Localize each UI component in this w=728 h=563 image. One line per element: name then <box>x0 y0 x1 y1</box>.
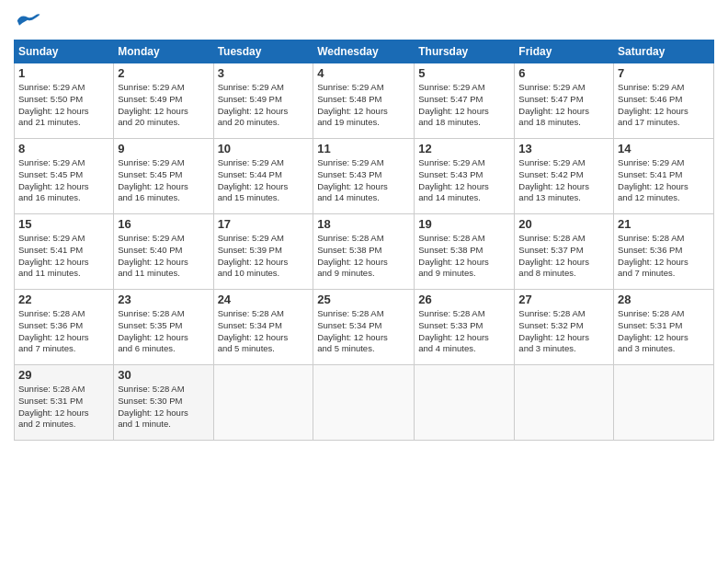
day-info: Sunrise: 5:29 AM Sunset: 5:47 PM Dayligh… <box>518 82 609 129</box>
day-number: 10 <box>218 142 310 155</box>
day-info: Sunrise: 5:29 AM Sunset: 5:49 PM Dayligh… <box>118 82 209 129</box>
day-info: Sunrise: 5:28 AM Sunset: 5:30 PM Dayligh… <box>118 384 209 431</box>
day-info: Sunrise: 5:28 AM Sunset: 5:34 PM Dayligh… <box>317 308 410 355</box>
day-number: 17 <box>218 217 310 231</box>
day-number: 25 <box>317 293 410 306</box>
day-info: Sunrise: 5:28 AM Sunset: 5:38 PM Dayligh… <box>418 233 510 280</box>
calendar-cell: 16Sunrise: 5:29 AM Sunset: 5:40 PM Dayli… <box>114 214 213 290</box>
calendar-cell: 3Sunrise: 5:29 AM Sunset: 5:49 PM Daylig… <box>213 63 313 139</box>
day-info: Sunrise: 5:28 AM Sunset: 5:38 PM Dayligh… <box>317 233 410 280</box>
day-number: 11 <box>317 142 410 155</box>
calendar-cell <box>213 365 313 441</box>
day-number: 16 <box>118 217 209 231</box>
calendar-cell: 4Sunrise: 5:29 AM Sunset: 5:48 PM Daylig… <box>313 63 415 139</box>
day-number: 12 <box>418 142 510 155</box>
day-number: 2 <box>118 66 209 80</box>
calendar-week-row: 29Sunrise: 5:28 AM Sunset: 5:31 PM Dayli… <box>15 365 714 441</box>
day-info: Sunrise: 5:29 AM Sunset: 5:44 PM Dayligh… <box>218 157 310 204</box>
day-info: Sunrise: 5:29 AM Sunset: 5:43 PM Dayligh… <box>317 157 410 204</box>
day-number: 15 <box>18 217 109 231</box>
calendar-week-row: 22Sunrise: 5:28 AM Sunset: 5:36 PM Dayli… <box>15 290 714 365</box>
calendar-cell: 7Sunrise: 5:29 AM Sunset: 5:46 PM Daylig… <box>614 63 714 139</box>
calendar-cell: 20Sunrise: 5:28 AM Sunset: 5:37 PM Dayli… <box>515 214 614 290</box>
calendar-week-row: 15Sunrise: 5:29 AM Sunset: 5:41 PM Dayli… <box>15 214 714 290</box>
calendar-cell: 15Sunrise: 5:29 AM Sunset: 5:41 PM Dayli… <box>15 214 114 290</box>
calendar-cell: 5Sunrise: 5:29 AM Sunset: 5:47 PM Daylig… <box>415 63 515 139</box>
day-info: Sunrise: 5:29 AM Sunset: 5:45 PM Dayligh… <box>18 157 109 204</box>
day-number: 27 <box>518 293 609 306</box>
day-info: Sunrise: 5:29 AM Sunset: 5:50 PM Dayligh… <box>18 82 109 129</box>
weekday-header: Tuesday <box>213 40 313 63</box>
day-number: 7 <box>618 66 710 80</box>
day-number: 3 <box>218 66 310 80</box>
header <box>14 9 714 32</box>
weekday-header: Friday <box>515 40 614 63</box>
day-number: 29 <box>18 368 109 382</box>
day-info: Sunrise: 5:28 AM Sunset: 5:32 PM Dayligh… <box>518 308 609 355</box>
calendar-cell: 6Sunrise: 5:29 AM Sunset: 5:47 PM Daylig… <box>515 63 614 139</box>
calendar-cell: 14Sunrise: 5:29 AM Sunset: 5:41 PM Dayli… <box>614 139 714 214</box>
day-number: 30 <box>118 368 209 382</box>
page: SundayMondayTuesdayWednesdayThursdayFrid… <box>0 0 728 563</box>
calendar-cell: 18Sunrise: 5:28 AM Sunset: 5:38 PM Dayli… <box>313 214 415 290</box>
day-info: Sunrise: 5:29 AM Sunset: 5:45 PM Dayligh… <box>118 157 209 204</box>
day-info: Sunrise: 5:28 AM Sunset: 5:36 PM Dayligh… <box>18 308 109 355</box>
calendar-cell <box>614 365 714 441</box>
day-info: Sunrise: 5:28 AM Sunset: 5:37 PM Dayligh… <box>518 233 609 280</box>
calendar-cell: 23Sunrise: 5:28 AM Sunset: 5:35 PM Dayli… <box>114 290 213 365</box>
calendar-week-row: 8Sunrise: 5:29 AM Sunset: 5:45 PM Daylig… <box>15 139 714 214</box>
day-number: 24 <box>218 293 310 306</box>
calendar-cell: 17Sunrise: 5:29 AM Sunset: 5:39 PM Dayli… <box>213 214 313 290</box>
logo-icon <box>14 9 41 32</box>
weekday-header: Thursday <box>415 40 515 63</box>
calendar-cell: 1Sunrise: 5:29 AM Sunset: 5:50 PM Daylig… <box>15 63 114 139</box>
day-info: Sunrise: 5:29 AM Sunset: 5:41 PM Dayligh… <box>18 233 109 280</box>
weekday-header: Sunday <box>15 40 114 63</box>
weekday-header: Wednesday <box>313 40 415 63</box>
day-number: 8 <box>18 142 109 155</box>
calendar-cell: 21Sunrise: 5:28 AM Sunset: 5:36 PM Dayli… <box>614 214 714 290</box>
calendar-cell: 19Sunrise: 5:28 AM Sunset: 5:38 PM Dayli… <box>415 214 515 290</box>
day-info: Sunrise: 5:29 AM Sunset: 5:39 PM Dayligh… <box>218 233 310 280</box>
day-info: Sunrise: 5:28 AM Sunset: 5:33 PM Dayligh… <box>418 308 510 355</box>
day-number: 9 <box>118 142 209 155</box>
day-info: Sunrise: 5:29 AM Sunset: 5:48 PM Dayligh… <box>317 82 410 129</box>
calendar-cell: 2Sunrise: 5:29 AM Sunset: 5:49 PM Daylig… <box>114 63 213 139</box>
day-number: 21 <box>618 217 710 231</box>
day-number: 26 <box>418 293 510 306</box>
day-number: 23 <box>118 293 209 306</box>
calendar-week-row: 1Sunrise: 5:29 AM Sunset: 5:50 PM Daylig… <box>15 63 714 139</box>
day-info: Sunrise: 5:29 AM Sunset: 5:46 PM Dayligh… <box>618 82 710 129</box>
calendar-cell: 29Sunrise: 5:28 AM Sunset: 5:31 PM Dayli… <box>15 365 114 441</box>
calendar-cell: 25Sunrise: 5:28 AM Sunset: 5:34 PM Dayli… <box>313 290 415 365</box>
day-info: Sunrise: 5:28 AM Sunset: 5:35 PM Dayligh… <box>118 308 209 355</box>
weekday-header: Monday <box>114 40 213 63</box>
day-info: Sunrise: 5:29 AM Sunset: 5:43 PM Dayligh… <box>418 157 510 204</box>
weekday-header: Saturday <box>614 40 714 63</box>
day-number: 18 <box>317 217 410 231</box>
calendar: SundayMondayTuesdayWednesdayThursdayFrid… <box>14 40 714 441</box>
day-info: Sunrise: 5:29 AM Sunset: 5:42 PM Dayligh… <box>518 157 609 204</box>
calendar-cell: 26Sunrise: 5:28 AM Sunset: 5:33 PM Dayli… <box>415 290 515 365</box>
logo <box>14 9 43 32</box>
day-info: Sunrise: 5:29 AM Sunset: 5:40 PM Dayligh… <box>118 233 209 280</box>
day-info: Sunrise: 5:28 AM Sunset: 5:31 PM Dayligh… <box>618 308 710 355</box>
day-number: 4 <box>317 66 410 80</box>
day-number: 14 <box>618 142 710 155</box>
calendar-cell: 11Sunrise: 5:29 AM Sunset: 5:43 PM Dayli… <box>313 139 415 214</box>
day-number: 20 <box>518 217 609 231</box>
day-number: 19 <box>418 217 510 231</box>
day-info: Sunrise: 5:29 AM Sunset: 5:49 PM Dayligh… <box>218 82 310 129</box>
calendar-cell: 13Sunrise: 5:29 AM Sunset: 5:42 PM Dayli… <box>515 139 614 214</box>
day-info: Sunrise: 5:28 AM Sunset: 5:34 PM Dayligh… <box>218 308 310 355</box>
day-number: 1 <box>18 66 109 80</box>
day-number: 13 <box>518 142 609 155</box>
day-info: Sunrise: 5:28 AM Sunset: 5:31 PM Dayligh… <box>18 384 109 431</box>
day-info: Sunrise: 5:29 AM Sunset: 5:47 PM Dayligh… <box>418 82 510 129</box>
calendar-header-row: SundayMondayTuesdayWednesdayThursdayFrid… <box>15 40 714 63</box>
calendar-cell <box>313 365 415 441</box>
calendar-cell: 27Sunrise: 5:28 AM Sunset: 5:32 PM Dayli… <box>515 290 614 365</box>
day-number: 28 <box>618 293 710 306</box>
calendar-cell <box>515 365 614 441</box>
calendar-cell: 10Sunrise: 5:29 AM Sunset: 5:44 PM Dayli… <box>213 139 313 214</box>
